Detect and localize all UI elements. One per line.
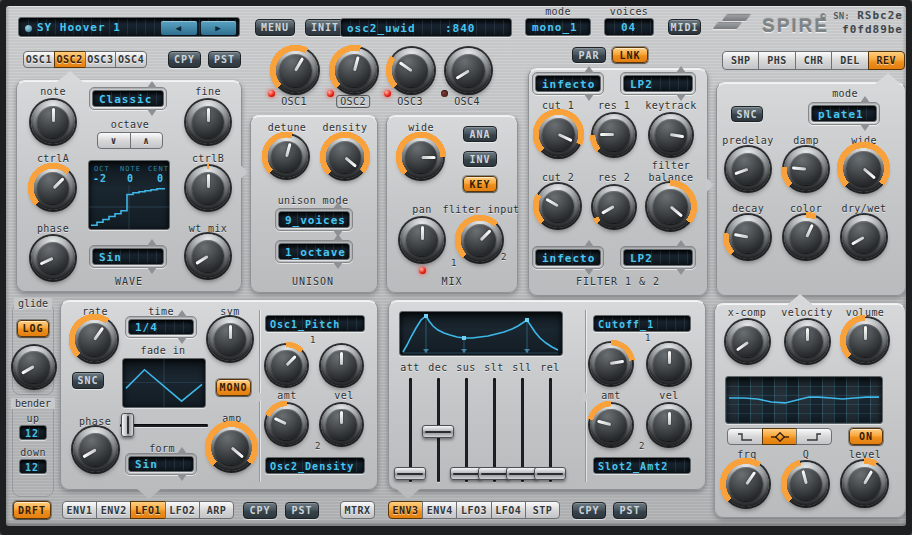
pan-knob[interactable]	[400, 218, 444, 262]
bender-down-display[interactable]: 12	[19, 459, 47, 474]
dropdown-up-icon[interactable]	[333, 202, 343, 209]
eq-lowshelf-button[interactable]	[727, 428, 763, 445]
osc2-level-knob[interactable]	[332, 48, 377, 93]
tab-osc4[interactable]: OSC4	[115, 51, 147, 68]
dropdown-up-icon[interactable]	[177, 447, 187, 454]
dropdown-up-icon[interactable]	[860, 96, 870, 103]
tab-osc1[interactable]: OSC1	[23, 51, 55, 68]
ana-button[interactable]: ANA	[463, 126, 497, 142]
unison-voices-dropdown[interactable]: 9_voices	[275, 208, 353, 231]
predelay-knob[interactable]	[726, 147, 770, 191]
xcomp-knob[interactable]	[726, 320, 769, 363]
midi-button[interactable]: MIDI	[668, 19, 701, 35]
preset-next-button[interactable]: ▶	[201, 21, 236, 35]
mtx1-vel1-knob[interactable]	[321, 345, 362, 386]
decay-knob[interactable]	[726, 215, 770, 259]
frq-knob[interactable]	[723, 461, 769, 507]
dropdown-up-icon[interactable]	[147, 81, 157, 88]
osc-copy-button[interactable]: CPY	[168, 51, 201, 68]
note-knob[interactable]	[31, 100, 75, 144]
dropdown-up-icon[interactable]	[584, 240, 594, 247]
dropdown-down-icon[interactable]	[860, 124, 870, 131]
eq-peak-button[interactable]	[762, 428, 798, 445]
mod-left-copy-button[interactable]: CPY	[243, 502, 277, 519]
tab-rev[interactable]: REV	[868, 51, 905, 70]
filter1-type-dropdown[interactable]: infecto	[532, 72, 604, 95]
filter2-shape-dropdown[interactable]: LP2	[620, 246, 696, 269]
mod-right-copy-button[interactable]: CPY	[572, 502, 606, 519]
filter-balance-knob[interactable]	[647, 183, 694, 230]
mod-right-paste-button[interactable]: PST	[613, 502, 647, 519]
dropdown-up-icon[interactable]	[676, 66, 686, 73]
tab-env4[interactable]: ENV4	[422, 501, 457, 519]
tab-lfo2[interactable]: LFO2	[165, 501, 200, 519]
mtx2-target1-display[interactable]: Cutoff_1	[593, 315, 691, 332]
preset-display[interactable]: SY Hoover 1 ◀ ▶	[18, 17, 240, 37]
bender-up-display[interactable]: 12	[19, 425, 47, 440]
mix-wide-knob[interactable]	[399, 135, 443, 179]
dropdown-up-icon[interactable]	[333, 234, 343, 241]
q-knob[interactable]	[784, 462, 828, 506]
lfo-amp-knob[interactable]	[208, 424, 255, 471]
reverb-wide-knob[interactable]	[840, 145, 887, 192]
osc-paste-button[interactable]: PST	[208, 51, 241, 68]
voices-display[interactable]: 04	[604, 18, 654, 36]
par-button[interactable]: PAR	[572, 47, 606, 63]
tab-env1[interactable]: ENV1	[62, 501, 97, 519]
lfo-sync-button[interactable]: SNC	[72, 372, 104, 389]
mono-button[interactable]: MONO	[216, 379, 251, 396]
lfo-time-dropdown[interactable]: 1/4	[125, 316, 197, 338]
lfo-form-dropdown[interactable]: Sin	[125, 453, 197, 475]
tab-osc3[interactable]: OSC3	[85, 51, 117, 68]
reverb-sync-button[interactable]: SNC	[731, 106, 763, 122]
tab-mtrx[interactable]: MTRX	[340, 501, 375, 519]
mtx2-amt1-knob[interactable]	[590, 343, 632, 385]
dropdown-up-icon[interactable]	[584, 66, 594, 73]
lfo-sym-knob[interactable]	[208, 317, 252, 361]
tab-lfo3[interactable]: LFO3	[456, 501, 491, 519]
filter-input-knob[interactable]	[458, 218, 502, 262]
mtx2-amt2-knob[interactable]	[590, 404, 632, 446]
slider-handle[interactable]	[121, 413, 134, 437]
mtx1-vel2-knob[interactable]	[321, 404, 362, 445]
tab-shp[interactable]: SHP	[722, 51, 759, 70]
dropdown-down-icon[interactable]	[676, 268, 686, 275]
ctrlb-knob[interactable]	[186, 166, 230, 210]
dropdown-down-icon[interactable]	[333, 262, 343, 269]
dropdown-down-icon[interactable]	[584, 268, 594, 275]
mtx2-vel2-knob[interactable]	[648, 404, 690, 446]
slider-handle[interactable]	[534, 467, 566, 480]
wtmix-knob[interactable]	[186, 234, 230, 278]
dropdown-down-icon[interactable]	[584, 94, 594, 101]
inv-button[interactable]: INV	[463, 151, 497, 167]
osc1-level-knob[interactable]	[273, 48, 318, 93]
volume-knob[interactable]	[843, 318, 888, 363]
mtx2-vel1-knob[interactable]	[648, 343, 690, 385]
octave-down-button[interactable]: ∨	[97, 132, 131, 149]
mtx1-amt1-knob[interactable]	[266, 345, 307, 386]
env-rel-slider[interactable]	[533, 376, 567, 484]
mod-left-paste-button[interactable]: PST	[285, 502, 319, 519]
tab-del[interactable]: DEL	[831, 51, 868, 70]
ctrla-knob[interactable]	[31, 166, 75, 210]
dropdown-up-icon[interactable]	[676, 240, 686, 247]
filter2-type-dropdown[interactable]: infecto	[532, 246, 604, 269]
lfo-phase-knob[interactable]	[73, 427, 118, 472]
unison-octave-dropdown[interactable]: 1_octave	[275, 240, 353, 263]
octave-up-button[interactable]: ∧	[130, 132, 164, 149]
dropdown-down-icon[interactable]	[177, 337, 187, 344]
mtx2-target2-display[interactable]: Slot2_Amt2	[593, 457, 691, 474]
preset-prev-button[interactable]: ◀	[161, 21, 197, 35]
dropdown-down-icon[interactable]	[147, 109, 157, 116]
tab-lfo4[interactable]: LFO4	[491, 501, 526, 519]
glide-log-button[interactable]: LOG	[17, 320, 49, 337]
tab-env3[interactable]: ENV3	[388, 501, 423, 519]
drywet-knob[interactable]	[842, 215, 886, 259]
eq-on-button[interactable]: ON	[849, 428, 883, 445]
eq-highshelf-button[interactable]	[796, 428, 832, 445]
key-button[interactable]: KEY	[463, 176, 497, 192]
velocity-knob[interactable]	[786, 320, 829, 363]
cut1-knob[interactable]	[536, 112, 581, 157]
menu-button[interactable]: MENU	[255, 19, 295, 36]
mode-display[interactable]: mono_1	[525, 18, 591, 36]
